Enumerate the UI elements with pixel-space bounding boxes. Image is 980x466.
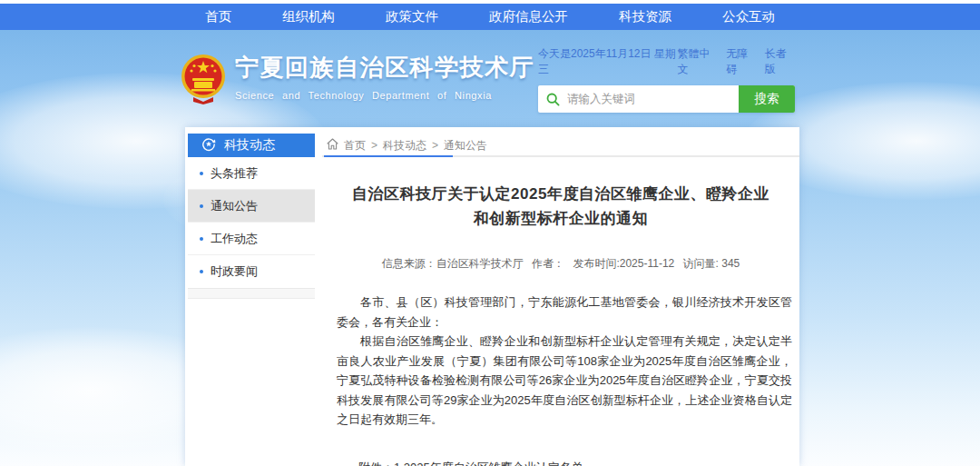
attachment-link-1[interactable]: 1.2025年度自治区雏鹰企业认定名单 xyxy=(394,457,619,466)
sidebar-item-headlines[interactable]: 头条推荐 xyxy=(188,157,315,190)
quick-links: 繁體中文 无障碍 长者版 xyxy=(678,46,795,77)
meta-visit-count: 访问量: 345 xyxy=(683,257,740,270)
meta-source: 信息来源：自治区科学技术厅 xyxy=(382,257,524,270)
breadcrumb: 首页 > 科技动态 > 通知公告 xyxy=(322,127,799,154)
site-titles: 宁夏回族自治区科学技术厅 Science and Technology Depa… xyxy=(235,52,534,101)
link-traditional-chinese[interactable]: 繁體中文 xyxy=(678,46,719,77)
article-title-line2: 和创新型标杆企业的通知 xyxy=(322,206,799,231)
date-row: 今天是2025年11月12日 星期三 繁體中文 无障碍 长者版 xyxy=(538,46,795,77)
article-body: 各市、县（区）科技管理部门，宁东能源化工基地管委会，银川经济技术开发区管委会，各… xyxy=(322,292,799,430)
breadcrumb-notices[interactable]: 通知公告 xyxy=(444,138,487,154)
top-nav: 首页 组织机构 政策文件 政府信息公开 科技资源 公众互动 xyxy=(0,4,980,30)
nav-item-organization[interactable]: 组织机构 xyxy=(282,8,335,25)
sidebar-item-label: 头条推荐 xyxy=(211,165,258,182)
site-logo-link[interactable]: 宁夏回族自治区科学技术厅 Science and Technology Depa… xyxy=(181,52,534,108)
breadcrumb-separator: > xyxy=(371,139,377,152)
attachments-label: 附件： xyxy=(358,457,394,466)
link-accessibility[interactable]: 无障碍 xyxy=(726,46,756,77)
breadcrumb-home[interactable]: 首页 xyxy=(344,138,366,154)
search-icon xyxy=(538,85,567,113)
nav-inner: 首页 组织机构 政策文件 政府信息公开 科技资源 公众互动 xyxy=(180,4,800,30)
sidebar-item-work-news[interactable]: 工作动态 xyxy=(188,223,315,255)
main-content: 首页 > 科技动态 > 通知公告 自治区科技厅关于认定2025年度自治区雏鹰企业… xyxy=(322,127,799,466)
content-panel: 科技动态 头条推荐 通知公告 工作动态 时政要闻 xyxy=(185,127,799,466)
attachment-list: 1.2025年度自治区雏鹰企业认定名单 2.2025年度自治区瞪羚企业认定名单 … xyxy=(394,457,619,466)
article-paragraph: 各市、县（区）科技管理部门，宁东能源化工基地管委会，银川经济技术开发区管委会，各… xyxy=(337,292,792,332)
sidebar-header: 科技动态 xyxy=(188,134,315,157)
article-paragraph: 根据自治区雏鹰企业、瞪羚企业和创新型标杆企业认定管理有关规定，决定认定半亩良人农… xyxy=(337,332,792,430)
sidebar-title: 科技动态 xyxy=(224,137,275,154)
sidebar: 科技动态 头条推荐 通知公告 工作动态 时政要闻 xyxy=(188,134,315,299)
bullet-dot-icon xyxy=(200,270,203,273)
sidebar-item-politics-news[interactable]: 时政要闻 xyxy=(188,255,315,288)
nav-item-home[interactable]: 首页 xyxy=(205,8,231,25)
breadcrumb-divider xyxy=(322,155,799,157)
nav-item-gov-info[interactable]: 政府信息公开 xyxy=(489,8,568,25)
nav-item-sci-resources[interactable]: 科技资源 xyxy=(619,8,671,25)
breadcrumb-sci-news[interactable]: 科技动态 xyxy=(383,138,426,154)
search-bar: 搜索 xyxy=(538,85,795,113)
home-icon xyxy=(327,138,338,153)
sidebar-item-notices[interactable]: 通知公告 xyxy=(188,190,315,223)
nav-item-policy[interactable]: 政策文件 xyxy=(386,8,438,25)
current-date: 今天是2025年11月12日 星期三 xyxy=(538,46,678,77)
meta-publish-date: 发布时间:2025-11-12 xyxy=(573,257,674,270)
search-button[interactable]: 搜索 xyxy=(739,85,795,113)
article-meta: 信息来源：自治区科学技术厅 作者： 发布时间:2025-11-12 访问量: 3… xyxy=(322,256,799,272)
sidebar-menu: 头条推荐 通知公告 工作动态 时政要闻 xyxy=(188,157,315,289)
bullet-dot-icon xyxy=(200,237,203,241)
nav-item-public-interaction[interactable]: 公众互动 xyxy=(722,8,775,25)
link-elderly-version[interactable]: 长者版 xyxy=(765,46,795,77)
sidebar-item-label: 通知公告 xyxy=(211,198,258,214)
attachments: 附件： 1.2025年度自治区雏鹰企业认定名单 2.2025年度自治区瞪羚企业认… xyxy=(358,457,799,466)
search-input[interactable] xyxy=(567,85,739,113)
header-right: 今天是2025年11月12日 星期三 繁體中文 无障碍 长者版 搜索 xyxy=(538,46,795,113)
sci-news-icon xyxy=(201,137,216,154)
sidebar-item-label: 时政要闻 xyxy=(211,263,258,280)
page: 首页 组织机构 政策文件 政府信息公开 科技资源 公众互动 xyxy=(0,0,980,466)
site-subtitle: Science and Technology Department of Nin… xyxy=(235,90,534,101)
breadcrumb-active-underline xyxy=(324,155,453,157)
article-title: 自治区科技厅关于认定2025年度自治区雏鹰企业、瞪羚企业 和创新型标杆企业的通知 xyxy=(322,182,799,231)
breadcrumb-separator: > xyxy=(432,139,438,152)
sidebar-item-label: 工作动态 xyxy=(211,231,258,247)
bullet-dot-icon xyxy=(200,204,203,208)
site-title: 宁夏回族自治区科学技术厅 xyxy=(235,52,534,84)
bullet-dot-icon xyxy=(200,172,203,175)
national-emblem-icon xyxy=(181,52,226,108)
article-title-line1: 自治区科技厅关于认定2025年度自治区雏鹰企业、瞪羚企业 xyxy=(322,182,799,206)
meta-author: 作者： xyxy=(532,257,564,270)
sidebar-footer xyxy=(188,289,315,299)
